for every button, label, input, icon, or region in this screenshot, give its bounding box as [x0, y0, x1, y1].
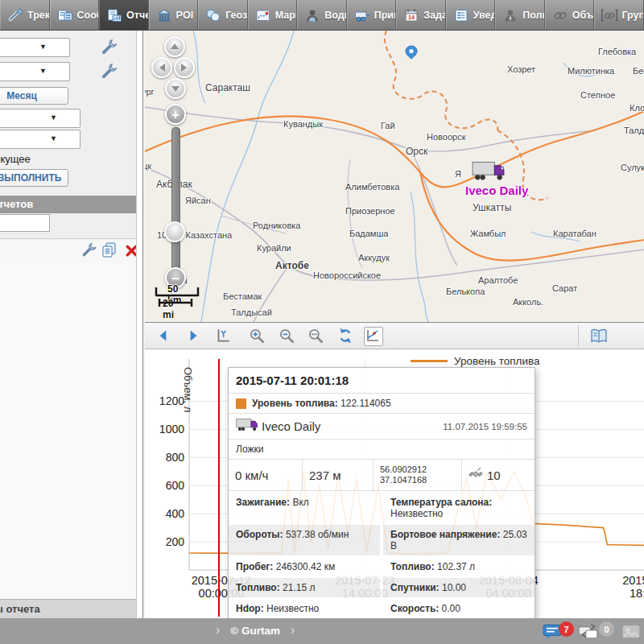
map-label: Жамбыл — [470, 229, 506, 238]
y-tick-label: 1200 — [151, 394, 184, 407]
groups-icon — [601, 8, 617, 23]
tooltip-param: Температура салона: Неизвестно — [383, 493, 535, 523]
map-label: Саракташ — [205, 82, 250, 93]
pan-up-button[interactable] — [164, 36, 185, 57]
tab-label: Группы — [621, 10, 644, 21]
tab-routes[interactable]: Маршруты — [248, 0, 298, 30]
report-list-header: Список отчетов — [0, 196, 143, 213]
chat-requests-icon[interactable] — [578, 622, 599, 643]
tab-drivers[interactable]: Водители — [297, 0, 347, 30]
tracks-icon — [7, 8, 23, 23]
y-tick-label: 400 — [151, 507, 184, 520]
map-pin-icon[interactable] — [405, 45, 418, 63]
tab-label: Пользователи — [522, 10, 545, 21]
tooltip-parameters: Зажигание: ВклТемпература салона: Неизве… — [229, 491, 535, 618]
map-label: Сарат — [552, 283, 577, 293]
tooltip-param: Топливо: 21.15 л — [229, 578, 380, 597]
tooltip-unit-time: 11.07.2015 19:59:55 — [443, 422, 527, 431]
pan-right-button[interactable] — [174, 57, 195, 78]
wrench-icon[interactable] — [98, 61, 119, 82]
sidebar-splitter[interactable] — [136, 31, 142, 618]
wrench-icon[interactable] — [98, 37, 119, 58]
interval-month-button[interactable]: Месяц — [0, 87, 68, 105]
tab-notifications[interactable]: Уведомления — [446, 0, 496, 30]
x-tick-label: 2015-08-1518:00:00 — [604, 574, 644, 600]
drivers-icon — [304, 8, 320, 23]
tab-geofences[interactable]: Геозоны — [198, 0, 248, 30]
tab-reports[interactable]: Отчеты — [99, 0, 149, 30]
map[interactable]: СаракташургКувандыкГайНовоорскОрскГлебов… — [145, 31, 644, 322]
map-label: Сулукол — [621, 163, 644, 172]
tab-label: Уведомления — [473, 10, 496, 21]
map-label: Ушкатты — [473, 202, 511, 213]
users-icon — [502, 8, 518, 23]
tab-label: Геозоны — [225, 10, 248, 21]
wrench-icon[interactable] — [79, 241, 100, 262]
copy-icon[interactable] — [100, 242, 121, 262]
map-label: Гай — [381, 121, 395, 130]
photo-icon[interactable] — [621, 622, 641, 643]
svg-text:14: 14 — [408, 14, 415, 20]
report-bottom-bar[interactable]: Параметры отчета — [0, 599, 137, 618]
tooltip-param: Зажигание: Вкл — [229, 493, 380, 523]
tooltip-param: Бортовое напряжение: 25.03 В — [383, 525, 535, 555]
top-toolbar: ТрекиСообщенияОтчетыPOIГеозоныМаршрутыВо… — [0, 0, 644, 31]
template-search-input[interactable] — [0, 214, 50, 232]
tab-users[interactable]: Пользователи — [495, 0, 545, 30]
tooltip-param: Обороты: 537.38 об/мин — [229, 525, 380, 555]
tab-poi[interactable]: POI — [149, 0, 199, 30]
tab-label: Маршруты — [275, 10, 298, 21]
reports-icon — [106, 8, 122, 23]
chart-tooltip: 2015-07-11 20:01:18 Уровень топлива: 122… — [228, 367, 535, 618]
chart-panel: Уровень топлива Объем, л 200400600800100… — [145, 322, 644, 618]
legend-line-swatch — [411, 360, 448, 362]
map-label: Степное — [580, 90, 615, 100]
chart-marker-line — [218, 359, 220, 617]
truck-icon[interactable] — [472, 159, 506, 187]
map-label: Бадамша — [349, 229, 388, 238]
execute-report-button[interactable]: ВЫПОЛНИТЬ — [0, 169, 68, 187]
tab-jobs[interactable]: 14Задания — [396, 0, 446, 30]
chevron-right-icon[interactable]: › — [291, 624, 295, 637]
map-label: ург — [145, 87, 155, 97]
chevron-down-icon: ▼ — [39, 43, 47, 51]
chevron-right-icon[interactable]: › — [216, 624, 220, 637]
template-row[interactable] — [0, 238, 137, 264]
map-label: Талды — [624, 126, 644, 135]
tab-messages[interactable]: Сообщения — [50, 0, 100, 30]
trailers-icon — [354, 8, 370, 23]
interval-from-select[interactable]: ▼ — [0, 109, 80, 128]
zoom-slider-track[interactable] — [171, 127, 180, 282]
tooltip-param: Спутники: 10.00 — [383, 578, 535, 597]
interval-to-select[interactable]: ▼ — [0, 130, 80, 149]
tooltip-param: Пробег: 246300.42 км — [229, 557, 380, 576]
map-label: Каратабан — [553, 229, 597, 238]
pan-down-button[interactable] — [165, 78, 186, 99]
zoom-in-button[interactable]: + — [165, 104, 186, 125]
map-label: Орск — [406, 146, 427, 157]
routes-icon — [255, 8, 271, 23]
tab-trailers[interactable]: Прицепы — [347, 0, 397, 30]
chevron-down-icon: ▼ — [50, 134, 57, 142]
wialon-app: ТрекиСообщенияОтчетыPOIГеозоныМаршрутыВо… — [0, 0, 644, 644]
notifications-icon — [453, 8, 469, 23]
tooltip-satellites: 10 — [462, 460, 535, 490]
legend-label: Уровень топлива — [454, 355, 540, 367]
tab-units[interactable]: Объекты — [545, 0, 595, 30]
messages-count-badge: 7 — [559, 621, 574, 637]
copyright-link[interactable]: © Gurtam — [230, 625, 280, 637]
map-label: Белькопа — [446, 287, 485, 296]
map-place-labels: СаракташургКувандыкГайНовоорскОрскГлебов… — [145, 31, 644, 322]
tooltip-coordinates: 56.090291237.1047168 — [374, 460, 462, 490]
report-object-select[interactable]: ▼ — [0, 62, 70, 81]
tab-groups[interactable]: Группы — [594, 0, 644, 30]
tab-tracks[interactable]: Треки — [0, 0, 50, 30]
map-label: Новоорск — [427, 132, 465, 142]
pan-left-button[interactable] — [151, 57, 172, 78]
y-tick-label: 1000 — [151, 423, 184, 436]
unit-name-label[interactable]: Iveco Daily — [465, 184, 528, 197]
poi-icon — [156, 8, 172, 23]
requests-count-badge: 0 — [599, 621, 614, 637]
report-template-select[interactable]: ▼ — [0, 38, 70, 57]
zoom-slider-handle[interactable] — [164, 221, 185, 242]
